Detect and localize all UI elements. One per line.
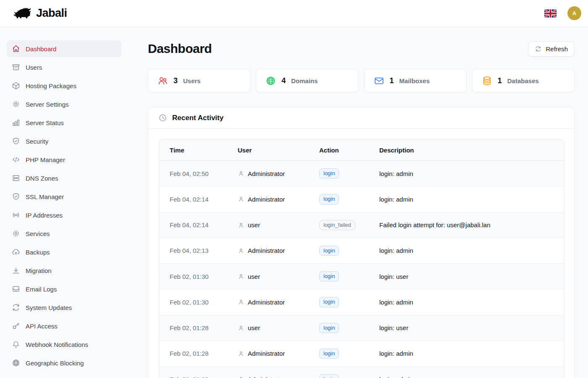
sidebar-item-label: Dashboard [26, 45, 56, 52]
sidebar-item[interactable]: PHP Manager [7, 151, 121, 168]
sidebar-item[interactable]: Security [7, 133, 121, 150]
activity-description: login: admin [374, 186, 564, 212]
sidebar-item-label: PHP Manager [26, 156, 65, 163]
column-header-user: User [233, 140, 314, 161]
sidebar-item-label: API Access [26, 323, 58, 330]
activity-time: Feb 02, 01:26 [159, 367, 233, 378]
activity-time: Feb 04, 02:50 [159, 161, 233, 186]
users-icon [158, 76, 168, 86]
table-row: Feb 04, 02:13 Administrator [159, 238, 564, 263]
sidebar-item-label: Backups [26, 249, 50, 256]
sidebar-item-label: Hosting Packages [26, 82, 76, 89]
sidebar-item-label: Security [26, 138, 48, 145]
person-icon [238, 273, 244, 280]
recent-activity-header: Recent Activity [148, 108, 574, 129]
gear-icon [12, 100, 20, 108]
sidebar-item[interactable]: DNS Zones [7, 170, 121, 186]
sidebar-item-label: Migration [26, 267, 52, 274]
brand-name: Jabali [36, 7, 67, 20]
activity-description: login: user [374, 315, 564, 341]
person-icon [238, 222, 244, 228]
activity-time: Feb 02, 01:30 [159, 264, 233, 289]
sidebar-item[interactable]: System Updates [7, 299, 121, 316]
activity-user: user [248, 324, 260, 331]
sidebar-item[interactable]: Email Logs [7, 281, 121, 297]
uk-flag-icon[interactable] [544, 9, 556, 18]
activity-time: Feb 02, 01:30 [159, 289, 233, 315]
activity-description: login: user [374, 264, 564, 289]
stat-card[interactable]: 1 Databases [472, 69, 575, 92]
sidebar-item[interactable]: Backups [7, 244, 121, 260]
page-title: Dashboard [148, 42, 212, 56]
person-icon [238, 350, 244, 357]
key-icon [12, 322, 20, 330]
stat-card[interactable]: 3 Users [148, 69, 250, 92]
stat-count: 4 [281, 76, 286, 85]
person-icon [238, 170, 244, 177]
sidebar-item[interactable]: Dashboard [7, 40, 121, 57]
sidebar-item[interactable]: Geographic Blocking [7, 354, 121, 371]
package-icon [12, 81, 20, 90]
person-icon [238, 247, 244, 254]
sidebar-item[interactable]: API Access [7, 318, 121, 334]
stat-label: Mailboxes [399, 77, 430, 84]
sidebar-item-label: IP Addresses [26, 212, 63, 219]
sidebar-item-label: DNS Zones [26, 175, 58, 182]
activity-user: user [248, 273, 260, 280]
stat-cards: 3 Users 4 Domains 1 Mailboxes 1 Database… [148, 69, 575, 92]
mail-icon [374, 76, 384, 86]
action-badge: login [319, 246, 339, 256]
activity-description: login: admin [374, 289, 564, 315]
sync-icon [12, 303, 20, 312]
sidebar-item-label: Services [26, 230, 50, 237]
person-icon [238, 299, 244, 305]
table-row: Feb 04, 02:14 user [159, 212, 564, 238]
globe-icon [12, 359, 20, 367]
gear-icon [12, 229, 20, 238]
activity-description: login: admin [374, 238, 564, 263]
sidebar-item[interactable]: Hosting Packages [7, 77, 121, 94]
activity-description: Failed login attempt for: user@jabali.la… [374, 212, 564, 238]
table-row: Feb 02, 01:28 user [159, 315, 564, 341]
sidebar-item-label: System Updates [26, 304, 72, 311]
sidebar-item[interactable]: Webhook Notifications [7, 336, 121, 353]
activity-description: login: admin [374, 341, 564, 366]
action-badge: login [319, 323, 339, 333]
refresh-button[interactable]: Refresh [528, 41, 575, 57]
activity-user: Administrator [248, 299, 285, 306]
stat-card[interactable]: 4 Domains [256, 69, 358, 92]
main-content: Dashboard Refresh 3 Users 4 Domains [148, 27, 575, 378]
sidebar-item[interactable]: Server Status [7, 114, 121, 131]
stat-count: 1 [390, 76, 394, 85]
sidebar-item-label: Email Logs [26, 286, 57, 293]
recent-activity-title: Recent Activity [172, 114, 223, 122]
shield-check-icon [12, 192, 20, 201]
stat-card[interactable]: 1 Mailboxes [364, 69, 467, 92]
sidebar-item[interactable]: Migration [7, 262, 121, 279]
table-row: Feb 02, 01:28 Administrator [159, 341, 564, 366]
sidebar-item[interactable]: Users [7, 59, 121, 76]
table-row: Feb 02, 01:30 user [159, 264, 564, 289]
action-badge: login [319, 194, 339, 204]
sidebar-item[interactable]: SSL Manager [7, 188, 121, 205]
stat-label: Databases [507, 77, 539, 84]
sidebar-item-label: Server Settings [26, 101, 69, 108]
sidebar-item-label: Users [26, 64, 42, 71]
brand-logo[interactable]: Jabali [11, 5, 67, 21]
activity-time: Feb 02, 01:28 [159, 341, 233, 366]
boar-icon [11, 5, 33, 21]
sidebar-item-label: Server Status [26, 119, 64, 126]
sidebar-item[interactable]: IP Addresses [7, 207, 121, 223]
stat-count: 3 [173, 76, 178, 85]
sidebar-item-label: Webhook Notifications [26, 341, 88, 348]
sidebar-item[interactable]: Services [7, 225, 121, 242]
person-icon [238, 196, 244, 202]
activity-time: Feb 02, 01:28 [159, 315, 233, 341]
chart-bars-icon [12, 118, 20, 127]
globe-icon [265, 76, 276, 86]
activity-user: Administrator [248, 196, 285, 203]
sidebar-item[interactable]: Server Settings [7, 96, 121, 113]
user-avatar[interactable]: A [567, 6, 581, 20]
bell-icon [12, 340, 20, 349]
home-icon [12, 45, 20, 53]
